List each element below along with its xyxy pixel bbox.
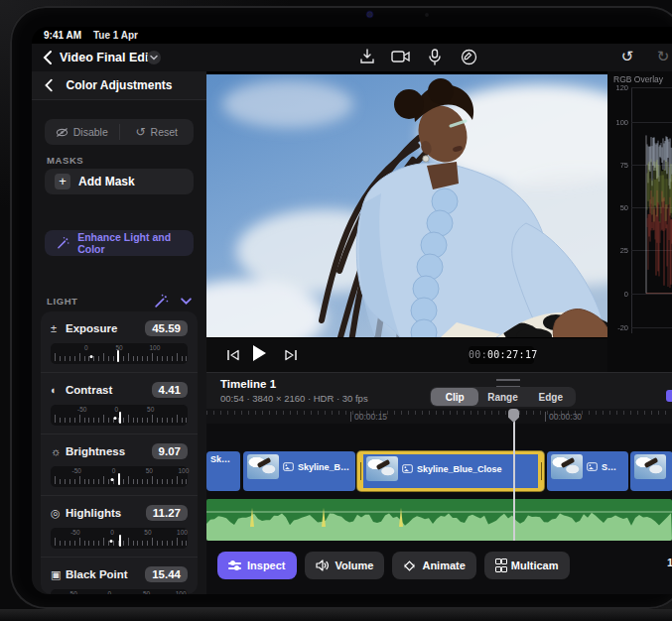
clip-thumbnail	[551, 454, 583, 479]
light-section-row: LIGHT	[47, 294, 192, 309]
undo-icon[interactable]: ↺	[617, 47, 637, 66]
title-bar: Video Final Edit ↺↻	[32, 44, 672, 72]
toolbar-right: ↺↻	[617, 47, 672, 66]
button-label: Animate	[422, 559, 465, 571]
volume-icon	[316, 559, 330, 571]
trim-handle-right[interactable]	[538, 454, 544, 488]
toolbar-center	[357, 47, 478, 66]
front-camera-dot	[367, 12, 372, 17]
animate-icon	[403, 559, 416, 572]
mode-edge[interactable]: Edge	[527, 388, 575, 406]
clip-thumbnail	[366, 456, 398, 481]
next-frame-icon[interactable]	[282, 346, 300, 364]
highlights-icon: ◎	[51, 507, 66, 520]
slider-label: Highlights	[66, 507, 146, 519]
video-clip-track: Sk……Skyline_Blue_WideSkyline_Blue_CloseS…	[206, 451, 672, 491]
clip-name: Skyline_Blue_Close	[417, 464, 502, 474]
back-chevron-icon[interactable]	[40, 49, 58, 66]
slider-thumb[interactable]	[118, 473, 120, 485]
slider-ruler[interactable]: -50050	[51, 405, 188, 426]
timeline-ruler[interactable]: 00:00:1500:00:30	[206, 409, 672, 424]
slider-brightness: ☼Brightness9.07-50050100	[41, 436, 198, 496]
slider-exposure: ±Exposure45.59050100	[41, 313, 198, 373]
slider-thumb[interactable]	[119, 535, 121, 547]
clip-name: Sk……	[210, 454, 236, 464]
clip-media-icon	[283, 462, 294, 471]
preview-frame-art	[206, 74, 607, 337]
slider-ruler[interactable]: -50050100	[51, 466, 188, 487]
timecode-display: 00:00:27:17	[469, 346, 534, 364]
slider-label: Contrast	[66, 384, 152, 396]
inspect-button[interactable]: Inspect	[217, 552, 297, 579]
exposure-icon: ±	[51, 322, 66, 334]
timeline-meta: 00:54 · 3840 × 2160 · HDR · 30 fps	[220, 393, 368, 404]
slider-label: Brightness	[66, 445, 152, 457]
playhead-line[interactable]	[513, 409, 515, 541]
timeline-clip-Sk[interactable]: Sk……	[206, 451, 240, 491]
slider-thumb[interactable]	[119, 412, 121, 424]
color-adjustments-panel: Color Adjustments Disable ↺ Reset MASKS …	[32, 71, 206, 594]
button-label: Multicam	[511, 559, 559, 571]
slider-value-badge[interactable]: 11.27	[146, 505, 188, 521]
reset-icon: ↺	[136, 125, 146, 139]
panel-header: Color Adjustments	[32, 71, 206, 100]
black-point-icon: ▣	[51, 568, 66, 581]
timeline-name: Timeline 1	[220, 378, 276, 390]
timeline-toolbar: InspectVolumeAnimateMulticam	[206, 552, 570, 581]
project-title: Video Final Edit	[60, 51, 153, 64]
slider-ruler[interactable]: -50050100	[51, 528, 188, 549]
camera-icon[interactable]	[391, 47, 411, 66]
previous-frame-icon[interactable]	[224, 346, 242, 364]
slider-value-badge[interactable]: 15.44	[145, 566, 188, 582]
play-button-icon[interactable]	[250, 344, 268, 362]
slider-ruler[interactable]: 050100	[51, 343, 188, 364]
slider-highlights: ◎Highlights11.27-50050100	[41, 498, 198, 558]
redo-icon[interactable]: ↻	[653, 47, 672, 66]
timeline-clip-Skyline_Blue_Wide[interactable]: Skyline_Blue_Wide	[243, 451, 355, 491]
timeline-clip-S[interactable]: S……	[547, 451, 628, 491]
multicam-button[interactable]: Multicam	[484, 552, 570, 579]
annotate-icon[interactable]	[459, 47, 478, 66]
device-stand	[0, 609, 672, 621]
slider-value-badge[interactable]: 4.41	[152, 382, 188, 398]
audio-waveform-track[interactable]	[206, 499, 672, 541]
light-section-label: LIGHT	[47, 296, 78, 307]
disable-button[interactable]: Disable	[45, 119, 119, 145]
clip-media-icon	[402, 464, 413, 473]
enhance-light-color-button[interactable]: Enhance Light and Color	[45, 230, 194, 256]
slider-thumb[interactable]	[117, 350, 119, 362]
slider-value-badge[interactable]: 45.59	[145, 320, 188, 336]
slider-black-point: ▣Black Point15.44-50050100	[41, 559, 198, 594]
timeline-clip-Skyline_Blue_Close[interactable]: Skyline_Blue_Close	[357, 451, 544, 491]
volume-button[interactable]: Volume	[305, 552, 385, 579]
clipped-edge-button[interactable]	[666, 390, 672, 402]
ruler-timecode-label: 00:00:15	[350, 412, 387, 422]
panel-back-chevron-icon[interactable]	[42, 77, 58, 93]
mode-range[interactable]: Range	[478, 388, 526, 406]
trim-handle-left[interactable]	[357, 454, 363, 488]
brightness-icon: ☼	[51, 445, 66, 457]
add-mask-button[interactable]: + Add Mask	[45, 169, 194, 194]
mode-clip[interactable]: Clip	[431, 388, 478, 406]
clip-name: S……	[602, 462, 624, 472]
masks-section-label: MASKS	[47, 155, 83, 166]
scope-waveform	[607, 71, 672, 372]
ruler-timecode-label: 00:00:30	[545, 412, 582, 422]
video-preview[interactable]	[206, 71, 607, 338]
project-menu-chevron-icon[interactable]	[147, 51, 161, 64]
reset-button[interactable]: ↺ Reset	[120, 119, 195, 145]
screen: 9:41 AM Tue 1 Apr Video Final Edit ↺↻ Co…	[32, 27, 672, 594]
slider-value-badge[interactable]: 9.07	[152, 443, 188, 459]
multicam-icon	[495, 559, 505, 572]
clipped-duration-text: 1	[667, 557, 672, 568]
import-icon[interactable]	[357, 47, 377, 66]
timeline-section: Timeline 1 00:54 · 3840 × 2160 · HDR · 3…	[206, 372, 672, 594]
light-sliders-card: ±Exposure45.59050100◐Contrast4.41-50050☼…	[41, 311, 198, 594]
timeline-clip[interactable]	[630, 451, 672, 491]
light-wand-icon[interactable]	[154, 294, 169, 309]
light-collapse-chevron-icon[interactable]	[181, 298, 192, 305]
mic-icon[interactable]	[425, 47, 445, 66]
slider-ruler[interactable]: -50050100	[51, 589, 188, 594]
rgb-overlay-scope: RGB Overlay 1201007550250-20	[607, 71, 672, 372]
animate-button[interactable]: Animate	[392, 552, 475, 579]
